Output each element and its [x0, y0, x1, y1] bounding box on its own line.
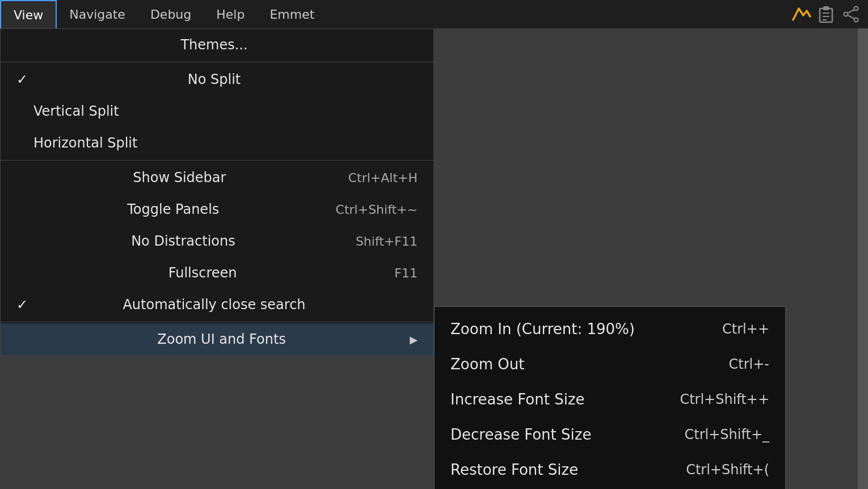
separator-1 [1, 62, 433, 62]
view-dropdown-menu: Themes... ✓ No Split Vertical Split Hori… [0, 28, 434, 356]
submenu-increase-font[interactable]: Increase Font Size Ctrl+Shift++ [435, 382, 785, 417]
increase-font-shortcut: Ctrl+Shift++ [680, 391, 769, 407]
scrollbar[interactable] [858, 28, 868, 489]
separator-3 [1, 322, 433, 322]
menu-help[interactable]: Help [204, 0, 257, 28]
decrease-font-shortcut: Ctrl+Shift+_ [685, 427, 769, 442]
submenu-restore-font[interactable]: Restore Font Size Ctrl+Shift+( [435, 452, 785, 487]
show-sidebar-label: Show Sidebar [133, 170, 226, 186]
svg-point-7 [854, 18, 858, 22]
main-area: Themes... ✓ No Split Vertical Split Hori… [0, 28, 868, 489]
svg-line-9 [848, 15, 854, 19]
menu-item-zoom-ui-fonts[interactable]: Zoom UI and Fonts ▶ [1, 323, 433, 355]
themes-label: Themes... [180, 37, 247, 53]
menu-debug[interactable]: Debug [138, 0, 204, 28]
menu-item-no-distractions[interactable]: No Distractions Shift+F11 [1, 225, 433, 257]
zoom-in-label: Zoom In (Current: 190%) [450, 321, 635, 338]
decrease-font-label: Decrease Font Size [450, 426, 591, 443]
submenu-arrow-icon: ▶ [410, 334, 418, 345]
svg-point-5 [854, 7, 858, 11]
menu-navigate[interactable]: Navigate [57, 0, 138, 28]
menu-navigate-label: Navigate [69, 7, 125, 22]
menu-view[interactable]: View [0, 0, 57, 28]
zoom-in-shortcut: Ctrl++ [722, 321, 769, 337]
submenu-zoom-in[interactable]: Zoom In (Current: 190%) Ctrl++ [435, 311, 785, 347]
separator-2 [1, 160, 433, 161]
menu-emmet[interactable]: Emmet [257, 0, 327, 28]
horizontal-split-label: Horizontal Split [33, 135, 137, 151]
menu-item-show-sidebar[interactable]: Show Sidebar Ctrl+Alt+H [1, 162, 433, 193]
menu-item-vertical-split[interactable]: Vertical Split [1, 95, 433, 127]
svg-point-6 [844, 12, 848, 16]
menubar: View Navigate Debug Help Emmet [0, 0, 868, 28]
restore-font-label: Restore Font Size [450, 461, 578, 478]
share-icon[interactable] [838, 2, 863, 27]
zoom-ui-fonts-label: Zoom UI and Fonts [157, 331, 286, 347]
auto-close-search-label: Automatically close search [123, 297, 305, 313]
svg-line-8 [848, 10, 854, 13]
clipboard-icon[interactable] [814, 2, 838, 27]
zoom-out-shortcut: Ctrl+- [729, 356, 769, 372]
logo-icon[interactable] [789, 2, 814, 27]
menu-item-toggle-panels[interactable]: Toggle Panels Ctrl+Shift+~ [1, 193, 433, 225]
zoom-out-label: Zoom Out [450, 356, 524, 373]
menu-emmet-label: Emmet [269, 7, 314, 22]
toggle-panels-label: Toggle Panels [127, 201, 219, 217]
menu-item-horizontal-split[interactable]: Horizontal Split [1, 127, 433, 159]
menu-help-label: Help [216, 7, 245, 22]
no-distractions-label: No Distractions [131, 233, 235, 249]
menu-item-no-split[interactable]: ✓ No Split [1, 64, 433, 95]
menubar-right-icons [789, 0, 868, 28]
restore-font-shortcut: Ctrl+Shift+( [686, 462, 769, 478]
submenu-decrease-font[interactable]: Decrease Font Size Ctrl+Shift+_ [435, 417, 785, 452]
vertical-split-label: Vertical Split [33, 103, 119, 119]
menu-debug-label: Debug [150, 7, 191, 22]
increase-font-label: Increase Font Size [450, 391, 585, 408]
fullscreen-label: Fullscreen [168, 265, 237, 281]
menu-item-auto-close-search[interactable]: ✓ Automatically close search [1, 289, 433, 321]
zoom-submenu: Zoom In (Current: 190%) Ctrl++ Zoom Out … [434, 306, 786, 489]
submenu-zoom-out[interactable]: Zoom Out Ctrl+- [435, 347, 785, 382]
menu-item-fullscreen[interactable]: Fullscreen F11 [1, 257, 433, 289]
svg-rect-1 [823, 6, 829, 10]
menu-item-themes[interactable]: Themes... [1, 29, 433, 61]
menu-view-label: View [14, 8, 43, 22]
no-split-label: No Split [188, 71, 241, 87]
